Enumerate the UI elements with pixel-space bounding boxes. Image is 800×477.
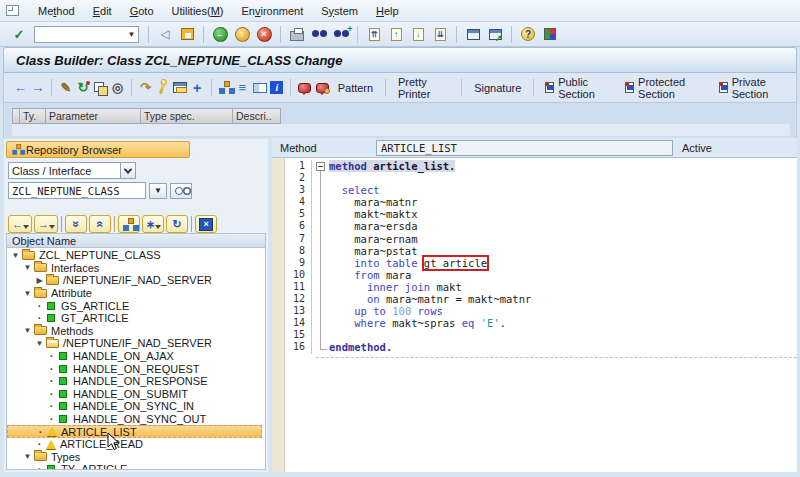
close-browser-button[interactable]: ×	[195, 215, 217, 233]
expander-open-icon[interactable]: ▼	[22, 326, 33, 335]
sap-note-icon[interactable]	[297, 78, 312, 97]
display-options-button[interactable]: ∗	[142, 215, 164, 233]
protected-section-button[interactable]: Protected Section	[619, 74, 713, 102]
tree-item-handle-on-sync-out[interactable]: ·HANDLE_ON_SYNC_OUT	[7, 413, 265, 426]
enter-arrow-icon[interactable]: ◁	[155, 24, 175, 44]
object-history-dropdown-button[interactable]: ▼	[149, 183, 167, 199]
tree-item-handle-on-ajax[interactable]: ·HANDLE_ON_AJAX	[7, 350, 265, 363]
abap-code-editor[interactable]: 1method article_list.23 select4 mara~mat…	[272, 158, 797, 472]
code-line-12[interactable]: 12 on mara~matnr = makt~matnr	[272, 293, 797, 305]
add-node-button[interactable]	[118, 215, 140, 233]
cancel-icon[interactable]: ×	[254, 24, 274, 44]
code-line-5[interactable]: 5 makt~maktx	[272, 208, 797, 220]
tree-item-handle-on-sync-in[interactable]: ·HANDLE_ON_SYNC_IN	[7, 400, 265, 413]
find-icon[interactable]	[309, 24, 329, 44]
find-next-icon[interactable]	[331, 24, 351, 44]
tree-item-ty-article[interactable]: ·TY_ARTICLE	[7, 463, 265, 470]
nav-forward-icon[interactable]: →	[30, 78, 45, 97]
browser-type-dropdown-button[interactable]	[120, 163, 135, 178]
tree-item-article-list[interactable]: ·ARTICLE_LIST	[7, 425, 262, 438]
code-line-8[interactable]: 8 mara~pstat	[272, 245, 797, 257]
private-section-button[interactable]: Private Section	[713, 74, 796, 102]
sort-icon[interactable]: ≡	[235, 78, 250, 97]
browser-type-select[interactable]: Class / Interface	[8, 162, 136, 179]
copy-icon[interactable]	[93, 78, 108, 97]
code-line-15[interactable]: 15	[272, 329, 797, 341]
info-icon[interactable]: i	[269, 78, 284, 97]
display-change-icon[interactable]: ✎	[58, 78, 73, 97]
layout-icon[interactable]	[252, 78, 267, 97]
table-view-icon[interactable]	[172, 78, 187, 97]
sap-note-user-icon[interactable]	[314, 78, 329, 97]
code-line-4[interactable]: 4 mara~matnr	[272, 196, 797, 208]
code-line-11[interactable]: 11 inner join makt	[272, 281, 797, 293]
first-page-icon[interactable]: ⇈	[364, 24, 384, 44]
expander-open-icon[interactable]: ▼	[10, 251, 21, 260]
help-icon[interactable]: ?	[518, 24, 538, 44]
navigate-icon[interactable]: +	[190, 78, 205, 97]
tree-item--neptune-if-nad-server[interactable]: ▶/NEPTUNE/IF_NAD_SERVER	[7, 274, 265, 287]
code-line-6[interactable]: 6 mara~ersda	[272, 220, 797, 232]
back-icon[interactable]: ←	[210, 24, 230, 44]
tree-item-interfaces[interactable]: ▼Interfaces	[7, 262, 265, 275]
menu-system[interactable]: System	[312, 2, 367, 20]
where-used-icon[interactable]: ◎	[110, 78, 125, 97]
expand-subtree-button[interactable]: »	[65, 215, 87, 233]
save-icon[interactable]	[177, 24, 197, 44]
expander-open-icon[interactable]: ▼	[22, 452, 33, 461]
menu-environment[interactable]: Environment	[233, 2, 313, 20]
code-line-7[interactable]: 7 mara~ernam	[272, 233, 797, 245]
nav-back-icon[interactable]: ←	[13, 78, 28, 97]
expander-open-icon[interactable]: ▼	[22, 263, 33, 272]
pretty-printer-button[interactable]: Pretty Printer	[391, 74, 456, 102]
fold-collapse-icon[interactable]	[316, 162, 325, 171]
prev-page-icon[interactable]: ↑	[386, 24, 406, 44]
refresh-button[interactable]: ↻	[166, 215, 188, 233]
command-input[interactable]	[35, 28, 125, 41]
tree-item-gt-article[interactable]: ·GT_ARTICLE	[7, 312, 265, 325]
expander-open-icon[interactable]: ▼	[22, 289, 33, 298]
code-line-14[interactable]: 14 where makt~spras eq 'E'.	[272, 317, 797, 329]
code-line-3[interactable]: 3 select	[272, 184, 797, 196]
tree-item-zcl-neptune-class[interactable]: ▼ZCL_NEPTUNE_CLASS	[7, 249, 265, 262]
tree-item-methods[interactable]: ▼Methods	[7, 325, 265, 338]
menu-method[interactable]: Method	[29, 2, 84, 20]
other-object-icon[interactable]: ↷	[138, 78, 153, 97]
collapse-subtree-button[interactable]: «	[89, 215, 111, 233]
hierarchy-icon[interactable]	[218, 78, 233, 97]
menu-edit[interactable]: Edit	[84, 2, 121, 20]
customize-layout-icon[interactable]	[540, 24, 560, 44]
history-forward-button[interactable]: →	[34, 215, 58, 233]
command-dropdown-icon[interactable]: ▼	[125, 30, 138, 39]
history-back-button[interactable]: ←	[8, 215, 32, 233]
tree-item-handle-on-submit[interactable]: ·HANDLE_ON_SUBMIT	[7, 388, 265, 401]
exit-icon[interactable]: ↑	[232, 24, 252, 44]
tree-item-handle-on-request[interactable]: ·HANDLE_ON_REQUEST	[7, 362, 265, 375]
print-icon[interactable]	[287, 24, 307, 44]
pattern-button[interactable]: Pattern	[331, 80, 380, 96]
command-field[interactable]: ▼	[34, 26, 139, 43]
create-shortcut-icon[interactable]	[485, 24, 505, 44]
code-line-1[interactable]: 1method article_list.	[272, 160, 797, 172]
display-object-button[interactable]	[170, 183, 192, 199]
signature-button[interactable]: Signature	[467, 80, 528, 96]
tree-item-article-read[interactable]: ·ARTICLE_READ	[7, 438, 265, 451]
method-name-field[interactable]: ARTICLE_LIST	[376, 140, 673, 156]
parameter-table-body[interactable]	[12, 124, 790, 136]
repository-browser-button[interactable]: Repository Browser	[6, 141, 190, 158]
menu-help[interactable]: Help	[367, 2, 408, 20]
syntax-check-icon[interactable]	[155, 78, 170, 97]
code-line-10[interactable]: 10 from mara	[272, 269, 797, 281]
new-session-icon[interactable]	[463, 24, 483, 44]
code-line-16[interactable]: 16endmethod.	[272, 341, 797, 353]
menu-utilities-m-[interactable]: Utilities(M)	[163, 2, 233, 20]
public-section-button[interactable]: Public Section	[539, 74, 619, 102]
code-line-13[interactable]: 13 up to 100 rows	[272, 305, 797, 317]
system-menu-icon[interactable]	[6, 5, 19, 16]
code-line-9[interactable]: 9 into table gt_article	[272, 257, 797, 269]
activate-icon[interactable]: ↻	[75, 78, 90, 97]
menu-goto[interactable]: Goto	[121, 2, 163, 20]
tree-item--neptune-if-nad-server[interactable]: ▼/NEPTUNE/IF_NAD_SERVER	[7, 337, 265, 350]
tree-item-attribute[interactable]: ▼Attribute	[7, 287, 265, 300]
tree-item-handle-on-response[interactable]: ·HANDLE_ON_RESPONSE	[7, 375, 265, 388]
